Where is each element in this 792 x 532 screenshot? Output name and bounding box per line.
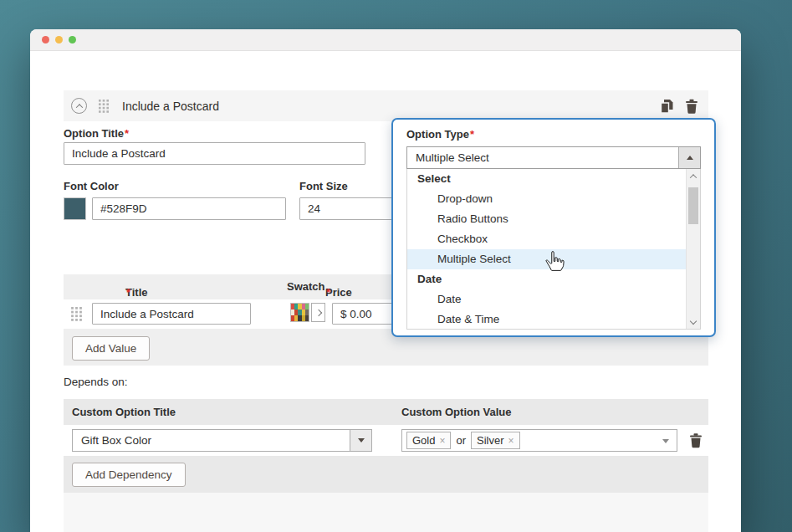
font-color-input[interactable] [92,197,286,220]
delete-dependency-button[interactable] [687,431,704,450]
caret-down-icon [358,438,365,442]
scrollbar-thumb[interactable] [688,187,698,224]
tag-joiner: or [456,434,466,447]
add-dependency-section: Add Dependency [64,456,708,493]
option-type-selected-value: Multiple Select [407,151,678,164]
font-color-label: Font Color [64,180,119,192]
window-titlebar [30,29,741,51]
add-value-button[interactable]: Add Value [72,336,150,361]
tag-remove-icon[interactable]: × [508,435,514,447]
copy-icon [659,99,674,114]
traffic-light[interactable] [55,36,63,43]
dependency-table-header: Custom Option Title Custom Option Value [64,399,708,425]
caret-up-icon [687,156,693,160]
trash-icon [685,99,698,114]
swatch-button[interactable] [290,303,309,322]
add-dependency-button[interactable]: Add Dependency [72,463,186,487]
value-tag: Silver × [471,432,520,449]
scrollbar-down-icon[interactable] [690,318,697,325]
collapse-option-button[interactable] [71,98,87,114]
dependency-title-select[interactable]: Gift Box Color [72,429,372,452]
option-header-row: Include a Postcard [64,90,708,121]
select-collapse-button[interactable] [678,147,700,168]
values-swatch-header: Swatch [287,280,325,293]
card-footer-area [64,493,708,532]
traffic-light[interactable] [42,36,49,43]
option-type-item-date-time[interactable]: Date & Time [407,309,686,330]
option-type-dropdown-list: Select Drop-down Radio Buttons Checkbox … [406,169,701,330]
dependency-row: Gift Box Color Gold × or Silver × [64,425,708,456]
drag-handle-icon[interactable] [99,100,109,113]
option-title-label: Option Title* [64,127,129,140]
option-group-select: Select [407,169,686,189]
row-drag-handle-icon[interactable] [71,307,82,321]
option-type-item-checkbox[interactable]: Checkbox [407,229,686,249]
select-arrow-button[interactable] [350,430,371,451]
font-size-label: Font Size [299,180,348,192]
chevron-up-circle-icon [75,104,82,110]
value-tag: Gold × [406,432,451,449]
option-type-item-dropdown[interactable]: Drop-down [407,189,686,209]
desktop-background: Include a Postcard [0,0,792,532]
option-title-input[interactable] [64,142,365,165]
option-type-select[interactable]: Multiple Select [406,146,701,169]
font-color-swatch[interactable] [64,197,86,220]
scrollbar-up-icon[interactable] [690,174,697,181]
option-type-item-date[interactable]: Date [407,289,686,309]
dependency-title-header: Custom Option Title [72,406,176,418]
duplicate-option-button[interactable] [657,97,676,115]
chevron-right-icon [314,309,321,315]
option-type-item-radio-buttons[interactable]: Radio Buttons [407,209,686,229]
option-group-date: Date [407,269,686,289]
value-title-input[interactable] [92,303,251,325]
swatch-expand-button[interactable] [311,303,325,322]
option-type-item-multiple-select[interactable]: Multiple Select [407,249,686,269]
caret-down-icon[interactable] [662,439,669,443]
delete-option-button[interactable] [683,97,700,115]
option-type-panel: Option Type* Multiple Select Select Drop… [391,118,716,337]
option-title-heading: Include a Postcard [122,100,219,113]
scrollbar[interactable] [686,169,700,329]
option-type-label: Option Type* [406,128,701,141]
trash-icon [689,432,703,448]
tag-remove-icon[interactable]: × [439,435,445,447]
swatch-thumbnail [291,304,309,321]
dependency-value-header: Custom Option Value [401,406,511,418]
traffic-light[interactable] [69,36,76,43]
dependency-value-multiselect[interactable]: Gold × or Silver × [401,429,677,452]
depends-on-heading: Depends on: [64,376,128,388]
